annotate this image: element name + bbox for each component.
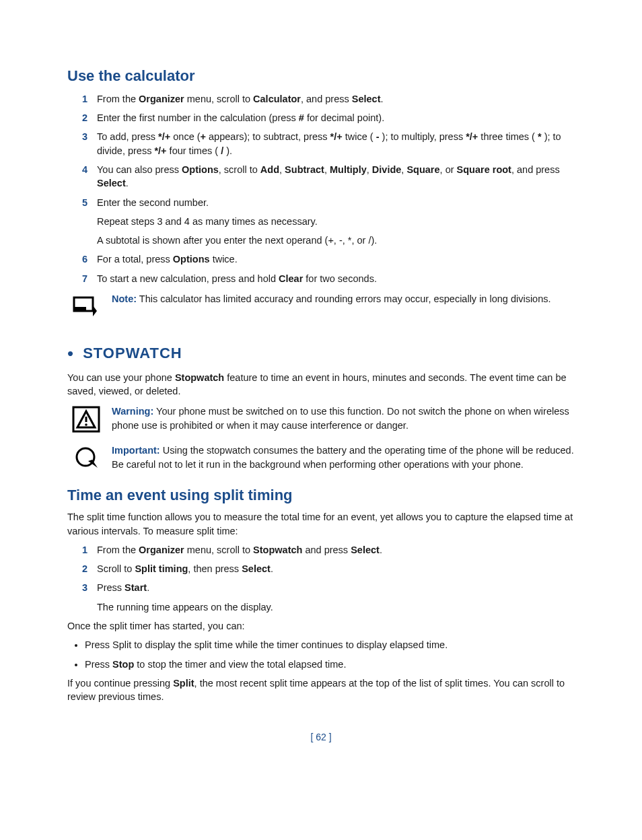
split-steps: 1 From the Organizer menu, scroll to Sto…: [82, 543, 575, 595]
t: Press: [85, 659, 112, 670]
step-7: 7 To start a new calculation, press and …: [82, 272, 575, 285]
bold: Options: [182, 164, 219, 175]
t: three times (: [478, 131, 538, 142]
t: , then press: [188, 563, 242, 574]
bold: Split: [173, 678, 194, 689]
t: .: [380, 545, 382, 555]
step-text: Scroll to Split timing, then press Selec…: [97, 562, 575, 575]
t: ,: [324, 164, 330, 175]
list-item: Press Stop to stop the timer and view th…: [85, 658, 575, 671]
t: For a total, press: [97, 254, 173, 265]
step-number: 3: [82, 581, 97, 594]
t: .: [381, 94, 384, 104]
warning-body: Your phone must be switched on to use th…: [112, 406, 569, 430]
split-step-1: 1 From the Organizer menu, scroll to Sto…: [82, 543, 575, 557]
t: If you continue pressing: [67, 678, 173, 689]
split-after: Once the split timer has started, you ca…: [67, 619, 575, 633]
t: Enter the first number in the calculatio…: [97, 112, 299, 123]
t: From the: [97, 94, 139, 104]
step-text: From the Organizer menu, scroll to Stopw…: [97, 543, 575, 557]
step-4: 4 You can also press Options, scroll to …: [82, 163, 575, 190]
split-bullets: Press Split to display the split time wh…: [85, 638, 575, 671]
t: Press: [97, 582, 124, 593]
step-3: 3 To add, press */+ once (+ appears); to…: [82, 130, 575, 158]
step-text: To add, press */+ once (+ appears); to s…: [97, 130, 575, 158]
t: ).: [223, 145, 232, 156]
bold: Select: [242, 563, 271, 574]
step-number: 2: [82, 111, 97, 125]
step-number: 3: [82, 130, 97, 158]
t: for decimal point).: [304, 112, 384, 123]
step-number: 2: [82, 562, 97, 575]
heading-stopwatch: Stopwatch: [83, 343, 182, 364]
important-block: Important: Using the stopwatch consumes …: [67, 444, 575, 473]
bullet-text: Press Split to display the split time wh…: [85, 639, 448, 650]
step-text: Enter the second number.: [97, 196, 575, 209]
svg-rect-1: [74, 307, 86, 311]
bold: Stopwatch: [175, 372, 224, 383]
bold: Divide: [372, 164, 402, 175]
t: menu, scroll to: [184, 94, 253, 104]
split-step-3-sub: The running time appears on the display.: [97, 600, 575, 614]
note-body: This calculator has limited accuracy and…: [137, 293, 550, 304]
calculator-steps: 1 From the Organizer menu, scroll to Cal…: [82, 92, 575, 209]
step-text: To start a new calculation, press and ho…: [97, 272, 575, 285]
t: twice.: [210, 254, 238, 265]
step-5-sub-1: Repeat steps 3 and 4 as many times as ne…: [97, 215, 575, 228]
list-item: Press Split to display the split time wh…: [85, 638, 575, 652]
bold: */+: [154, 145, 166, 156]
t: once (: [170, 131, 200, 142]
bold: +: [201, 131, 206, 142]
bold: Square: [406, 164, 439, 175]
bold: Stop: [112, 659, 134, 670]
split-final: If you continue pressing Split, the most…: [67, 676, 575, 704]
t: .: [271, 563, 273, 574]
t: , and press: [511, 164, 560, 175]
bold: */+: [466, 131, 478, 142]
step-text: Enter the first number in the calculatio…: [97, 111, 575, 125]
section-bullet: •: [67, 341, 73, 365]
warning-block: Warning: Your phone must be switched on …: [67, 405, 575, 434]
calculator-steps-cont: 6 For a total, press Options twice. 7 To…: [82, 252, 575, 285]
svg-point-4: [85, 424, 87, 427]
step-number: 5: [82, 196, 97, 209]
step-number: 1: [82, 92, 97, 106]
note-label: Note:: [112, 293, 137, 304]
t: menu, scroll to: [184, 545, 253, 555]
t: To start a new calculation, press and ho…: [97, 273, 279, 284]
t: , or: [440, 164, 457, 175]
bold: Organizer: [139, 545, 184, 555]
bold: Select: [351, 545, 380, 555]
step-text: For a total, press Options twice.: [97, 252, 575, 266]
step-text: Press Start.: [97, 581, 575, 594]
t: to stop the timer and view the total ela…: [134, 659, 346, 670]
step-6: 6 For a total, press Options twice.: [82, 252, 575, 266]
t: To add, press: [97, 131, 158, 142]
heading-use-calculator: Use the calculator: [67, 66, 575, 87]
step-number: 1: [82, 543, 97, 557]
step-text: From the Organizer menu, scroll to Calcu…: [97, 92, 575, 106]
t: , and press: [301, 94, 352, 104]
t: From the: [97, 545, 139, 555]
step-2: 2 Enter the first number in the calculat…: [82, 111, 575, 125]
t: You can also press: [97, 164, 182, 175]
important-icon: [67, 444, 105, 473]
t: ,: [279, 164, 285, 175]
bold: Split timing: [135, 563, 188, 574]
t: .: [147, 582, 149, 593]
important-label: Important:: [112, 445, 160, 456]
t: four times (: [167, 145, 221, 156]
important-body: Using the stopwatch consumes the battery…: [112, 445, 574, 469]
stopwatch-intro: You can use your phone Stopwatch feature…: [67, 371, 575, 398]
step-text: You can also press Options, scroll to Ad…: [97, 163, 575, 190]
warning-label: Warning:: [112, 406, 153, 417]
bold: #: [299, 112, 304, 123]
bold: Stopwatch: [253, 545, 302, 555]
page-number: [ 62 ]: [67, 731, 575, 744]
bold: Square root: [457, 164, 511, 175]
t: for two seconds.: [303, 273, 377, 284]
t: , scroll to: [219, 164, 260, 175]
bold: */+: [158, 131, 170, 142]
note-block: Note: This calculator has limited accura…: [67, 292, 575, 322]
note-text: Note: This calculator has limited accura…: [112, 292, 575, 306]
